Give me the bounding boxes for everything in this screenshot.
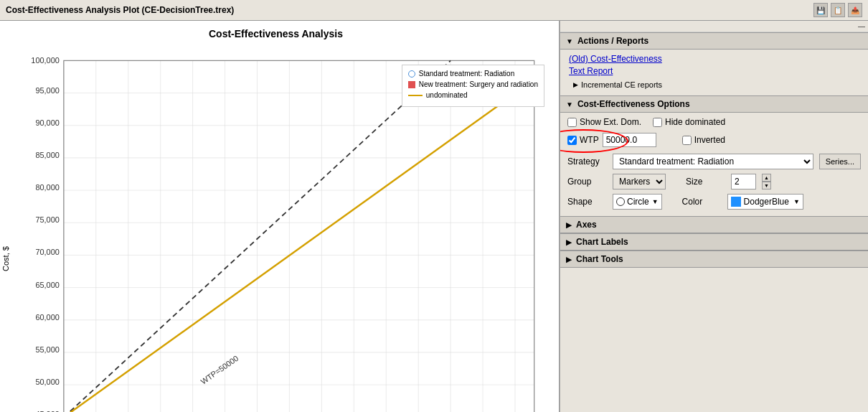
incremental-ce-label: Incremental CE reports: [581, 80, 662, 89]
old-ce-link[interactable]: (Old) Cost-Effectiveness: [569, 54, 859, 64]
shape-color-row: Shape Circle ▼ Color DodgerBlue ▼: [560, 192, 868, 212]
svg-text:70,000: 70,000: [35, 248, 59, 256]
options-row-1: Show Ext. Dom. Hide dominated: [567, 117, 861, 127]
title-bar: Cost-Effectiveness Analysis Plot (CE-Dec…: [0, 0, 868, 21]
svg-text:85,000: 85,000: [35, 151, 59, 159]
color-value: DodgerBlue: [744, 197, 789, 207]
axes-title: Axes: [576, 220, 597, 230]
y-axis-label: Cost, $: [0, 43, 11, 412]
chart-inner: Standard treatment: Radiation New treatm…: [11, 43, 552, 412]
svg-text:WTP=50000: WTP=50000: [199, 354, 240, 386]
save-icon[interactable]: 💾: [813, 3, 828, 17]
legend-label-undominated: undominated: [426, 91, 468, 99]
ce-options-title: Cost-Effectiveness Options: [577, 99, 690, 109]
chart-tools-arrow: ▶: [566, 256, 572, 263]
group-select[interactable]: Markers: [613, 174, 666, 189]
strategy-row: Strategy Standard treatment: Radiation S…: [560, 151, 868, 172]
legend-square-marker: [408, 81, 415, 88]
size-spinner[interactable]: ▲ ▼: [762, 174, 771, 189]
color-dropdown-arrow[interactable]: ▼: [793, 198, 800, 205]
svg-text:60,000: 60,000: [35, 313, 59, 322]
main-content: Cost-Effectiveness Analysis Cost, $ Stan…: [0, 21, 868, 412]
axes-header[interactable]: ▶ Axes: [560, 216, 868, 233]
incremental-ce-arrow: ▶: [573, 81, 578, 88]
hide-dominated-label[interactable]: Hide dominated: [653, 117, 725, 127]
legend-label-new: New treatment: Surgery and radiation: [419, 80, 538, 88]
actions-reports-title: Actions / Reports: [577, 36, 648, 46]
inverted-checkbox[interactable]: [682, 136, 692, 145]
chart-tools-header[interactable]: ▶ Chart Tools: [560, 251, 868, 268]
title-bar-icons: 💾 📋 📤: [813, 3, 862, 17]
legend-line-marker: [408, 95, 423, 96]
legend-circle-marker: [408, 70, 415, 78]
svg-text:95,000: 95,000: [35, 86, 59, 95]
show-ext-dom-checkbox[interactable]: [567, 118, 577, 127]
color-swatch: [731, 197, 741, 207]
svg-rect-28: [64, 60, 534, 412]
export-icon[interactable]: 📤: [848, 3, 862, 17]
strategy-label: Strategy: [567, 156, 607, 167]
chart-labels-arrow: ▶: [566, 238, 572, 246]
legend-label-standard: Standard treatment: Radiation: [419, 70, 514, 78]
actions-reports-arrow: ▼: [566, 37, 573, 45]
circle-shape-icon: [616, 197, 625, 206]
chart-tools-title: Chart Tools: [576, 254, 623, 264]
wtp-label[interactable]: WTP: [567, 133, 599, 147]
chart-plot-area: Standard treatment: Radiation New treatm…: [11, 43, 552, 412]
inverted-label[interactable]: Inverted: [682, 135, 725, 145]
axes-arrow: ▶: [566, 221, 572, 229]
svg-text:90,000: 90,000: [35, 118, 59, 127]
wtp-input[interactable]: [603, 133, 656, 147]
legend-item-new: New treatment: Surgery and radiation: [408, 80, 538, 88]
svg-text:80,000: 80,000: [35, 183, 59, 192]
size-input[interactable]: [731, 174, 756, 189]
chart-labels-title: Chart Labels: [576, 237, 628, 247]
text-report-link[interactable]: Text Report: [569, 66, 859, 76]
ce-options-header[interactable]: ▼ Cost-Effectiveness Options: [560, 95, 868, 113]
shape-dropdown-arrow[interactable]: ▼: [652, 198, 659, 205]
options-row-2: WTP Inverted: [567, 133, 861, 147]
actions-reports-body: (Old) Cost-Effectiveness Text Report ▶ I…: [560, 50, 868, 95]
hide-dominated-checkbox[interactable]: [653, 118, 662, 127]
size-up-button[interactable]: ▲: [762, 174, 771, 182]
wtp-checkbox[interactable]: [567, 136, 577, 145]
svg-text:50,000: 50,000: [35, 378, 59, 386]
shape-value: Circle: [627, 197, 649, 207]
group-size-row: Group Markers Size ▲ ▼: [560, 172, 868, 192]
shape-label: Shape: [567, 197, 607, 207]
show-ext-dom-label[interactable]: Show Ext. Dom.: [567, 117, 641, 127]
shape-select[interactable]: Circle ▼: [613, 194, 662, 210]
svg-line-59: [64, 80, 534, 412]
svg-text:65,000: 65,000: [35, 281, 59, 289]
size-down-button[interactable]: ▼: [762, 182, 771, 189]
svg-text:55,000: 55,000: [35, 345, 59, 354]
legend-item-standard: Standard treatment: Radiation: [408, 70, 538, 78]
incremental-ce-header[interactable]: ▶ Incremental CE reports: [569, 78, 859, 91]
svg-text:100,000: 100,000: [31, 56, 59, 65]
chart-title: Cost-Effectiveness Analysis: [209, 28, 343, 39]
chart-wrapper: Cost, $ Standard treatment: Radiation Ne…: [0, 43, 552, 412]
wtp-container: WTP: [567, 133, 656, 147]
actions-reports-header[interactable]: ▼ Actions / Reports: [560, 32, 868, 50]
series-button[interactable]: Series...: [819, 154, 861, 169]
ce-options-body: Show Ext. Dom. Hide dominated WTP: [560, 113, 868, 151]
right-panel: — ▼ Actions / Reports (Old) Cost-Effecti…: [560, 21, 868, 412]
copy-icon[interactable]: 📋: [831, 3, 845, 17]
window-title: Cost-Effectiveness Analysis Plot (CE-Dec…: [6, 5, 234, 15]
group-label: Group: [567, 177, 607, 187]
color-select[interactable]: DodgerBlue ▼: [727, 194, 803, 210]
chart-labels-header[interactable]: ▶ Chart Labels: [560, 233, 868, 251]
minimize-button[interactable]: —: [858, 22, 865, 30]
chart-area: Cost-Effectiveness Analysis Cost, $ Stan…: [0, 21, 560, 412]
panel-minimize-bar: —: [560, 21, 868, 32]
chart-legend: Standard treatment: Radiation New treatm…: [402, 65, 544, 107]
color-label: Color: [682, 197, 722, 207]
strategy-select[interactable]: Standard treatment: Radiation: [613, 154, 813, 169]
ce-options-arrow: ▼: [566, 100, 573, 108]
size-label: Size: [686, 177, 725, 187]
svg-text:75,000: 75,000: [35, 215, 59, 224]
legend-item-undominated: undominated: [408, 91, 538, 99]
